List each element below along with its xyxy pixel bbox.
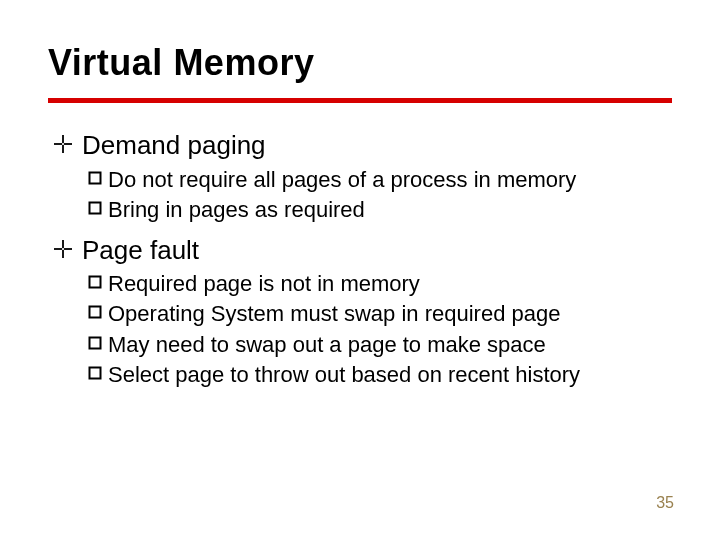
bullet-level2: May need to swap out a page to make spac… (88, 331, 672, 359)
bullet-level2: Select page to throw out based on recent… (88, 361, 672, 389)
svg-rect-3 (54, 143, 62, 145)
svg-rect-13 (90, 367, 101, 378)
square-outline-bullet-icon (88, 305, 102, 319)
slide: Virtual Memory Demand paging Do not requ… (0, 0, 720, 540)
svg-rect-8 (62, 250, 64, 258)
windmill-bullet-icon (54, 240, 72, 258)
square-outline-bullet-icon (88, 171, 102, 185)
sub-bullet-text: Do not require all pages of a process in… (108, 166, 576, 194)
windmill-bullet-icon (54, 135, 72, 153)
svg-rect-7 (64, 248, 72, 250)
svg-rect-6 (62, 240, 64, 248)
bullet-level2: Bring in pages as required (88, 196, 672, 224)
sub-bullet-text: Required page is not in memory (108, 270, 420, 298)
bullet-text: Demand paging (82, 129, 266, 162)
svg-rect-2 (62, 145, 64, 153)
sub-bullet-text: Operating System must swap in required p… (108, 300, 560, 328)
svg-rect-12 (90, 337, 101, 348)
sub-bullets: Required page is not in memory Operating… (54, 270, 672, 389)
svg-rect-10 (90, 277, 101, 288)
bullet-text: Page fault (82, 234, 199, 267)
sub-bullet-text: May need to swap out a page to make spac… (108, 331, 546, 359)
square-outline-bullet-icon (88, 366, 102, 380)
sub-bullets: Do not require all pages of a process in… (54, 166, 672, 224)
square-outline-bullet-icon (88, 275, 102, 289)
square-outline-bullet-icon (88, 201, 102, 215)
slide-title: Virtual Memory (48, 42, 672, 84)
square-outline-bullet-icon (88, 336, 102, 350)
page-number: 35 (656, 494, 674, 512)
title-underline (48, 98, 672, 103)
bullet-level2: Do not require all pages of a process in… (88, 166, 672, 194)
svg-rect-11 (90, 307, 101, 318)
svg-rect-5 (90, 202, 101, 213)
bullet-level1: Demand paging (54, 129, 672, 162)
bullet-level2: Operating System must swap in required p… (88, 300, 672, 328)
svg-rect-0 (62, 135, 64, 143)
svg-rect-4 (90, 172, 101, 183)
bullet-level1: Page fault (54, 234, 672, 267)
content-area: Demand paging Do not require all pages o… (48, 129, 672, 389)
svg-rect-1 (64, 143, 72, 145)
bullet-level2: Required page is not in memory (88, 270, 672, 298)
svg-rect-9 (54, 248, 62, 250)
sub-bullet-text: Bring in pages as required (108, 196, 365, 224)
sub-bullet-text: Select page to throw out based on recent… (108, 361, 580, 389)
